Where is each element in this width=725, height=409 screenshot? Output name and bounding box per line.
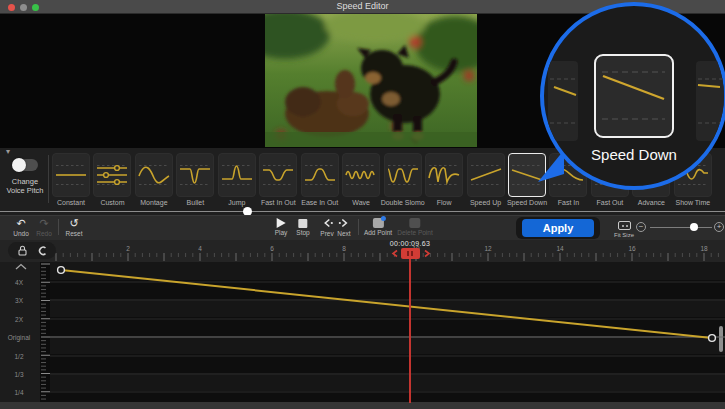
preset-thumbnail: [218, 153, 256, 197]
preset-curve-icon: [426, 160, 462, 190]
preset-thumbnail: [93, 153, 131, 197]
next-point-button[interactable]: Next: [337, 217, 350, 237]
preset-label: Wave: [352, 199, 370, 206]
zoom-in-button[interactable]: +: [714, 222, 724, 232]
video-preview[interactable]: [265, 14, 477, 147]
preset-curve-icon: [136, 160, 172, 190]
callout-right-preset-partial: [696, 61, 725, 141]
magnifier-callout: Speed Down: [540, 2, 725, 190]
curve-keyframe-point[interactable]: [709, 335, 716, 342]
voice-pitch-label: Change Voice Pitch: [0, 177, 50, 195]
callout-speed-down-thumb: [594, 54, 674, 138]
prev-icon: [321, 217, 333, 229]
preset-label: Fast In Out: [261, 199, 296, 206]
prev-label: Prev: [320, 230, 333, 237]
callout-left-preset-partial: [548, 61, 578, 141]
undo-button[interactable]: ↶ Undo: [13, 217, 29, 237]
curve-mode-icon[interactable]: [37, 245, 47, 256]
redo-button[interactable]: ↷ Redo: [36, 217, 52, 237]
preset-speed-down[interactable]: Speed Down: [508, 153, 546, 211]
preset-label: Advance: [638, 199, 665, 206]
preset-constant[interactable]: Constant: [52, 153, 90, 211]
collapse-caret-icon[interactable]: ▾: [6, 148, 10, 156]
preset-thumbnail: [384, 153, 422, 197]
preset-thumbnail: [301, 153, 339, 197]
lock-icon[interactable]: [17, 245, 27, 256]
preset-label: Constant: [57, 199, 85, 206]
preset-curve-icon: [302, 160, 338, 190]
timeline-ruler[interactable]: 24681012141618: [0, 240, 725, 262]
playhead-right-arrow-icon[interactable]: [422, 249, 432, 258]
preset-label: Show Time: [675, 199, 710, 206]
reset-button[interactable]: ↺ Reset: [66, 217, 83, 237]
callout-label: Speed Down: [544, 146, 724, 163]
toggle-knob: [12, 158, 26, 172]
next-label: Next: [337, 230, 350, 237]
preset-label: Jump: [228, 199, 245, 206]
speed-curve-canvas[interactable]: [0, 262, 725, 402]
preset-curve-icon: [260, 160, 296, 190]
playhead-line[interactable]: [409, 259, 411, 403]
redo-label: Redo: [36, 230, 52, 237]
play-button[interactable]: Play: [275, 217, 288, 236]
preset-ease-in-out[interactable]: Ease In Out: [301, 153, 339, 211]
divider: [58, 219, 59, 235]
stop-button[interactable]: Stop: [296, 217, 309, 236]
voice-pitch-toggle[interactable]: [12, 159, 38, 171]
preset-curve-icon: [509, 160, 545, 190]
preset-curve-icon: [343, 160, 379, 190]
delete-point-button[interactable]: Delete Point: [397, 217, 432, 236]
preset-curve-icon: [53, 160, 89, 190]
preset-thumbnail: [425, 153, 463, 197]
preset-label: Fast Out: [596, 199, 623, 206]
preset-scrollbar-track[interactable]: [0, 211, 725, 212]
svg-text:6: 6: [270, 245, 274, 252]
zoom-out-button[interactable]: −: [636, 222, 646, 232]
preset-curve-icon: [94, 160, 130, 190]
preset-montage[interactable]: Montage: [135, 153, 173, 211]
preset-custom[interactable]: Custom: [93, 153, 131, 211]
playhead-left-arrow-icon[interactable]: [390, 249, 400, 258]
bottom-scroll-area[interactable]: [0, 402, 725, 409]
preset-flow[interactable]: Flow: [425, 153, 463, 211]
next-icon: [338, 217, 350, 229]
add-point-label: Add Point: [364, 229, 392, 236]
preset-bullet[interactable]: Bullet: [176, 153, 214, 211]
apply-button[interactable]: Apply: [522, 219, 594, 237]
timeline-tools-pill: [8, 242, 56, 259]
delete-point-label: Delete Point: [397, 229, 432, 236]
axis-scroll-up-icon[interactable]: [14, 263, 28, 270]
play-icon: [277, 218, 286, 228]
preset-double-slomo[interactable]: Double Slomo: [384, 153, 422, 211]
playhead-handle[interactable]: [401, 248, 420, 259]
divider: [48, 155, 49, 203]
zoom-slider-knob[interactable]: [690, 223, 698, 231]
redo-icon: ↷: [39, 217, 48, 229]
add-point-button[interactable]: Add Point: [364, 217, 392, 236]
stop-icon: [299, 219, 308, 228]
puppies-illustration: [265, 14, 477, 147]
preset-curve-icon: [468, 160, 504, 190]
svg-text:2: 2: [126, 245, 130, 252]
zoom-slider-track[interactable]: [650, 227, 712, 229]
reset-icon: ↺: [69, 217, 78, 229]
fit-size-icon[interactable]: [618, 221, 631, 230]
preset-label: Double Slomo: [381, 199, 425, 206]
preset-label: Flow: [437, 199, 452, 206]
add-point-icon: [373, 218, 384, 228]
divider: [358, 219, 359, 235]
prev-point-button[interactable]: Prev: [320, 217, 333, 237]
preset-label: Speed Down: [507, 199, 547, 206]
undo-label: Undo: [13, 230, 29, 237]
preset-label: Ease In Out: [301, 199, 338, 206]
preset-jump[interactable]: Jump: [218, 153, 256, 211]
preset-wave[interactable]: Wave: [342, 153, 380, 211]
preset-fast-in-out[interactable]: Fast In Out: [259, 153, 297, 211]
delete-point-icon: [409, 218, 420, 228]
preset-speed-up[interactable]: Speed Up: [467, 153, 505, 211]
svg-text:8: 8: [342, 245, 346, 252]
preset-thumbnail: [342, 153, 380, 197]
curve-keyframe-point[interactable]: [58, 267, 65, 274]
preset-curve-icon: [219, 160, 255, 190]
svg-text:14: 14: [556, 245, 564, 252]
